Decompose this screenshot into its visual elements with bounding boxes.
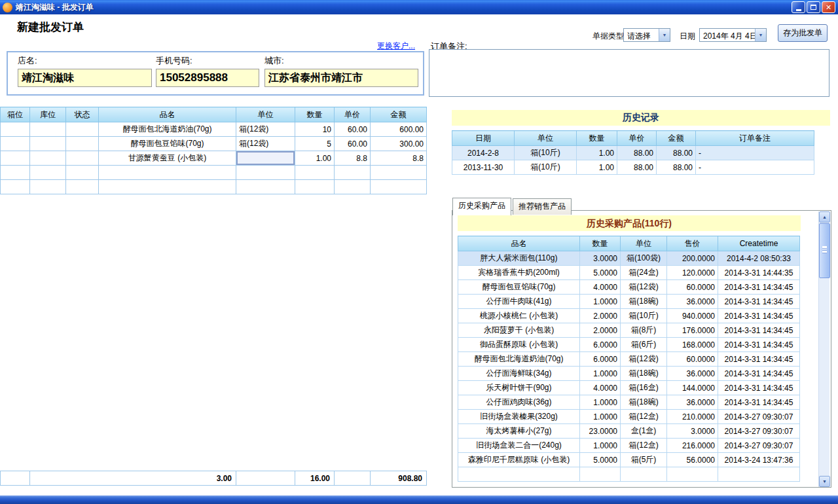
remark-cell[interactable]: - [696, 146, 814, 160]
amount-cell[interactable] [371, 166, 427, 180]
unit-cell[interactable]: 箱(12袋) [236, 137, 295, 151]
unit-cell[interactable] [236, 166, 295, 180]
amount-cell[interactable]: 88.00 [657, 146, 696, 160]
unit-cell[interactable]: 箱(12袋) [621, 352, 667, 367]
amount-cell[interactable]: 8.8 [371, 151, 427, 166]
createtime-cell[interactable]: 2014-3-31 14:34:45 [718, 295, 800, 309]
price-cell[interactable]: 144.0000 [667, 381, 718, 395]
status-cell[interactable] [66, 180, 99, 194]
purchase-history-row[interactable]: 桃源小核桃仁 (小包装)2.0000箱(10斤)940.00002014-3-3… [458, 309, 800, 323]
qty-cell[interactable]: 5.0000 [580, 266, 621, 280]
purchase-history-row[interactable]: 旧街场盒装榛果(320g)1.0000箱(12盒)210.00002014-3-… [458, 410, 800, 424]
createtime-cell[interactable]: 2014-3-27 09:30:07 [718, 410, 800, 424]
purchase-history-row[interactable]: 胖大人紫米面包(110g)3.0000箱(100袋)200.00002014-4… [458, 251, 800, 266]
product-name-cell[interactable]: 酵母面包北海道奶油(70g) [99, 122, 236, 137]
unit-cell[interactable]: 盒(1盒) [621, 424, 667, 439]
box-position-cell[interactable] [1, 166, 30, 180]
qty-cell[interactable] [295, 180, 335, 194]
price-cell[interactable] [335, 180, 371, 194]
qty-cell[interactable]: 1.00 [577, 160, 617, 175]
unit-cell[interactable]: 箱(10斤) [621, 309, 667, 323]
status-cell[interactable] [66, 151, 99, 166]
unit-cell[interactable] [236, 151, 295, 166]
product-name-cell[interactable]: 胖大人紫米面包(110g) [458, 251, 580, 266]
date-picker[interactable]: 2014年 4月 4日 ▼ [699, 28, 767, 42]
qty-cell[interactable] [580, 467, 621, 482]
qty-cell[interactable]: 10 [295, 122, 335, 137]
box-position-cell[interactable] [1, 151, 30, 166]
purchase-history-row[interactable]: 永阳菠萝干 (小包装)2.0000箱(8斤)176.00002014-3-31 … [458, 323, 800, 338]
unit-cell[interactable]: 箱(10斤) [515, 160, 577, 175]
qty-cell[interactable]: 23.0000 [580, 424, 621, 439]
product-name-cell[interactable]: 旧街场盒装二合一(240g) [458, 439, 580, 453]
product-name-cell[interactable]: 桃源小核桃仁 (小包装) [458, 309, 580, 323]
price-cell[interactable]: 88.00 [617, 146, 657, 160]
createtime-cell[interactable]: 2014-3-31 14:34:45 [718, 367, 800, 381]
date-cell[interactable]: 2014-2-8 [452, 146, 515, 160]
purchase-history-row[interactable]: 旧街场盒装二合一(240g)1.0000箱(12盒)216.00002014-3… [458, 439, 800, 453]
qty-cell[interactable]: 1.0000 [580, 410, 621, 424]
product-name-cell[interactable] [99, 166, 236, 180]
unit-cell[interactable]: 箱(12袋) [236, 122, 295, 137]
amount-cell[interactable]: 600.00 [371, 122, 427, 137]
status-cell[interactable] [66, 137, 99, 151]
product-name-cell[interactable]: 公仔面牛肉味(41g) [458, 295, 580, 309]
purchase-history-row[interactable]: 酵母面包豆馅味(70g)4.0000箱(12袋)60.00002014-3-31… [458, 280, 800, 295]
tab-recommended-products[interactable]: 推荐销售产品 [513, 198, 572, 215]
qty-cell[interactable]: 1.0000 [580, 395, 621, 410]
createtime-cell[interactable]: 2014-3-27 09:30:07 [718, 439, 800, 453]
product-name-cell[interactable]: 海太烤薯棒小(27g) [458, 424, 580, 439]
product-name-cell[interactable]: 宾格瑞香蕉牛奶(200ml) [458, 266, 580, 280]
store-input[interactable]: 靖江淘滋味 [18, 69, 152, 87]
qty-cell[interactable]: 1.0000 [580, 439, 621, 453]
qty-cell[interactable]: 2.0000 [580, 309, 621, 323]
qty-cell[interactable]: 4.0000 [580, 381, 621, 395]
price-cell[interactable]: 88.00 [617, 160, 657, 175]
product-name-cell[interactable]: 酵母面包豆馅味(70g) [458, 280, 580, 295]
stock-position-cell[interactable] [30, 151, 66, 166]
purchase-history-row[interactable]: 御品蛋酥原味 (小包装)6.0000箱(6斤)168.00002014-3-31… [458, 338, 800, 352]
date-cell[interactable]: 2013-11-30 [452, 160, 515, 175]
city-input[interactable]: 江苏省泰州市靖江市 [264, 69, 418, 87]
product-name-cell[interactable]: 公仔面鸡肉味(36g) [458, 395, 580, 410]
unit-cell[interactable]: 箱(6斤) [621, 338, 667, 352]
price-cell[interactable]: 60.00 [335, 122, 371, 137]
qty-cell[interactable]: 3.0000 [580, 251, 621, 266]
box-position-cell[interactable] [1, 180, 30, 194]
product-name-cell[interactable]: 酵母面包北海道奶油(70g) [458, 352, 580, 367]
price-cell[interactable]: 120.0000 [667, 266, 718, 280]
unit-cell[interactable] [236, 180, 295, 194]
unit-cell[interactable]: 箱(16盒) [621, 381, 667, 395]
price-cell[interactable]: 210.0000 [667, 410, 718, 424]
product-name-cell[interactable]: 森雅印尼千层糕原味 (小包装) [458, 453, 580, 467]
qty-cell[interactable]: 6.0000 [580, 338, 621, 352]
product-name-cell[interactable] [458, 467, 580, 482]
stock-position-cell[interactable] [30, 122, 66, 137]
price-cell[interactable]: 56.0000 [667, 453, 718, 467]
createtime-cell[interactable]: 2014-3-31 14:34:45 [718, 323, 800, 338]
price-cell[interactable] [335, 166, 371, 180]
box-position-cell[interactable] [1, 137, 30, 151]
product-name-cell[interactable]: 永阳菠萝干 (小包装) [458, 323, 580, 338]
order-row[interactable] [1, 180, 427, 194]
createtime-cell[interactable] [718, 467, 800, 482]
partial-row[interactable] [458, 467, 800, 482]
purchase-history-row[interactable]: 酵母面包北海道奶油(70g)6.0000箱(12袋)60.00002014-3-… [458, 352, 800, 367]
status-cell[interactable] [66, 166, 99, 180]
order-row[interactable]: 酵母面包北海道奶油(70g)箱(12袋)1060.00600.00 [1, 122, 427, 137]
product-name-cell[interactable]: 御品蛋酥原味 (小包装) [458, 338, 580, 352]
price-cell[interactable]: 60.00 [335, 137, 371, 151]
price-cell[interactable]: 168.0000 [667, 338, 718, 352]
createtime-cell[interactable]: 2014-3-31 14:34:45 [718, 338, 800, 352]
unit-cell[interactable] [621, 467, 667, 482]
price-cell[interactable]: 60.0000 [667, 280, 718, 295]
status-cell[interactable] [66, 122, 99, 137]
unit-cell[interactable]: 箱(18碗) [621, 367, 667, 381]
unit-cell[interactable]: 箱(12袋) [621, 280, 667, 295]
order-row[interactable] [1, 166, 427, 180]
stock-position-cell[interactable] [30, 166, 66, 180]
amount-cell[interactable]: 88.00 [657, 160, 696, 175]
qty-cell[interactable]: 1.0000 [580, 295, 621, 309]
qty-cell[interactable]: 1.00 [295, 151, 335, 166]
price-cell[interactable]: 60.0000 [667, 352, 718, 367]
